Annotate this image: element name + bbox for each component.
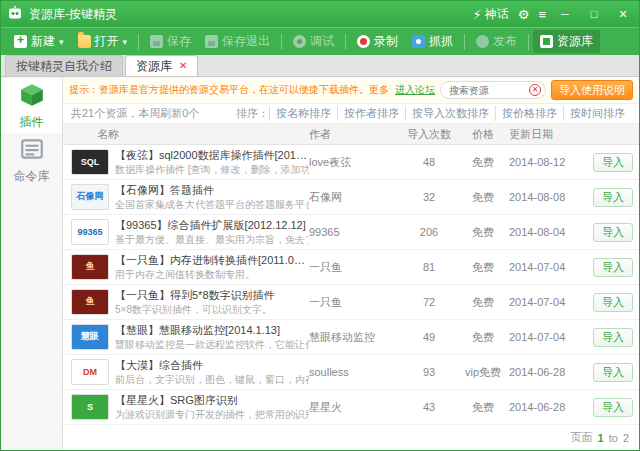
- sort-by-name[interactable]: 按名称排序: [269, 106, 337, 121]
- user-menu[interactable]: ⚡ 神话: [473, 6, 509, 23]
- table-row[interactable]: 鱼 【一只鱼】内存进制转换插件[2011.04.13]用于内存之间值转换数制专用…: [63, 250, 639, 285]
- resource-library-button[interactable]: 资源库: [533, 30, 600, 53]
- plugin-desc: 数据库操作插件 [查询，修改，删除，添加功能]: [115, 163, 309, 176]
- sort-by-author[interactable]: 按作者排序: [337, 106, 405, 121]
- search-input[interactable]: [449, 85, 526, 96]
- table-row[interactable]: 石像网 【石像网】答题插件全国首家集成各大代答题平台的答题服务平台，最稳定、最高…: [63, 180, 639, 215]
- plugin-import-count: 43: [401, 401, 457, 413]
- save-button[interactable]: 保存: [143, 30, 198, 53]
- import-button[interactable]: 导入: [593, 328, 633, 347]
- plugin-desc: 基于最方便、最直接、最实用为宗旨，免去了为实现一个功能而去写: [115, 233, 309, 246]
- debug-icon: [293, 35, 306, 48]
- maximize-button[interactable]: □: [584, 8, 604, 20]
- import-button[interactable]: 导入: [593, 258, 633, 277]
- debug-button-label: 调试: [310, 33, 334, 50]
- plugin-author: 99365: [309, 226, 401, 238]
- sort-by-price[interactable]: 按价格排序: [495, 106, 563, 121]
- tab-bar: 按键精灵自我介绍 资源库 ✕: [1, 55, 639, 77]
- plugin-desc: 全国首家集成各大代答题平台的答题服务平台，最稳定、最高效率、性: [115, 198, 309, 211]
- sidebar: 插件 命令库: [1, 77, 63, 450]
- plugin-thumbnail: DM: [71, 359, 109, 385]
- plugin-price: 免费: [457, 295, 509, 310]
- import-button[interactable]: 导入: [593, 293, 633, 312]
- column-header-count[interactable]: 导入次数: [401, 127, 457, 142]
- content-area: 插件 命令库 提示：资源库是官方提供的资源交易平台，在这可以便捷下载插件。更多资…: [1, 77, 639, 450]
- table-row[interactable]: DM 【大漠】综合插件前后台，文字识别，图色，键鼠，窗口，内存，DX，Call …: [63, 355, 639, 390]
- plugin-author: 星星火: [309, 400, 401, 415]
- plugin-cube-icon: [19, 82, 45, 111]
- plugin-date: 2014-06-28: [509, 401, 587, 413]
- plugin-date: 2014-08-12: [509, 156, 587, 168]
- plugin-author: 石像网: [309, 190, 401, 205]
- import-button[interactable]: 导入: [593, 188, 633, 207]
- clear-search-icon[interactable]: ✕: [529, 84, 541, 96]
- menu-icon[interactable]: ≡: [538, 8, 546, 21]
- save-disk-icon: [150, 35, 163, 48]
- plugin-name[interactable]: 【一只鱼】得到5*8数字识别插件: [115, 288, 275, 302]
- column-header-author[interactable]: 作者: [309, 127, 401, 142]
- tab-label: 资源库: [136, 58, 172, 75]
- close-button[interactable]: ✕: [613, 8, 633, 21]
- sidebar-item-plugins[interactable]: 插件: [1, 79, 62, 133]
- plugin-name[interactable]: 【星星火】SRG图序识别: [115, 393, 309, 407]
- import-guide-button[interactable]: 导入使用说明: [551, 80, 633, 100]
- plugin-import-count: 81: [401, 261, 457, 273]
- import-button[interactable]: 导入: [593, 363, 633, 382]
- close-tab-icon[interactable]: ✕: [179, 61, 187, 71]
- sort-by-time[interactable]: 按时间排序: [563, 106, 631, 121]
- table-row[interactable]: 慧眼 【慧眼】慧眼移动监控[2014.1.13]慧眼移动监控是一款远程监控软件，…: [63, 320, 639, 355]
- plugin-name[interactable]: 【慧眼】慧眼移动监控[2014.1.13]: [115, 323, 309, 337]
- new-button[interactable]: 新建 ▾: [7, 30, 71, 53]
- save-button-label: 保存: [167, 33, 191, 50]
- table-row[interactable]: 鱼 【一只鱼】得到5*8数字识别插件5×8数字识别插件，可以识别文字。 一只鱼 …: [63, 285, 639, 320]
- debug-button[interactable]: 调试: [286, 30, 341, 53]
- open-button[interactable]: 打开 ▾: [71, 30, 135, 53]
- record-button[interactable]: 录制: [350, 30, 405, 53]
- pagination-page-1[interactable]: 1: [598, 432, 604, 444]
- plugin-name[interactable]: 【一只鱼】内存进制转换插件[2011.04.13]: [115, 253, 309, 267]
- plugin-desc: 为游戏识别源专门开发的插件，把常用的识别操作进行分类和整理。: [115, 408, 309, 421]
- import-button[interactable]: 导入: [593, 398, 633, 417]
- table-row[interactable]: S 【星星火】SRG图序识别为游戏识别源专门开发的插件，把常用的识别操作进行分类…: [63, 390, 639, 425]
- column-header-price[interactable]: 价格: [457, 127, 509, 142]
- pagination: 页面 1 to 2: [63, 425, 639, 450]
- plugin-name[interactable]: 【99365】综合插件扩展版[2012.12.12]: [115, 218, 309, 232]
- chevron-down-icon: ▾: [59, 37, 64, 47]
- command-library-icon: [19, 136, 45, 165]
- tab-script-intro[interactable]: 按键精灵自我介绍: [5, 55, 123, 76]
- publish-button[interactable]: 发布: [469, 30, 524, 53]
- toolbar-separator: [281, 34, 282, 50]
- publish-icon: [476, 35, 489, 48]
- plugin-name[interactable]: 【夜弦】sql2000数据库操作插件[2012.3.5]: [115, 148, 309, 162]
- new-file-icon: [14, 35, 27, 48]
- minimize-button[interactable]: ─: [555, 8, 575, 20]
- pagination-page-2[interactable]: 2: [623, 432, 629, 444]
- toolbar-separator: [138, 34, 139, 50]
- sort-label: 排序：: [236, 106, 269, 121]
- forum-link[interactable]: 进入论坛: [395, 83, 435, 97]
- table-row[interactable]: 99365 【99365】综合插件扩展版[2012.12.12]基于最方便、最直…: [63, 215, 639, 250]
- plugin-name[interactable]: 【石像网】答题插件: [115, 183, 309, 197]
- column-header-name[interactable]: 名称: [63, 127, 309, 142]
- sidebar-item-label: 命令库: [14, 168, 50, 185]
- plugin-list: SQL 【夜弦】sql2000数据库操作插件[2012.3.5]数据库操作插件 …: [63, 145, 639, 425]
- sort-links: 排序： 按名称排序 按作者排序 按导入次数排序 按价格排序 按时间排序: [236, 106, 631, 121]
- column-header-date[interactable]: 更新日期: [509, 127, 587, 142]
- import-button[interactable]: 导入: [593, 223, 633, 242]
- plugin-name[interactable]: 【大漠】综合插件: [115, 358, 309, 372]
- table-row[interactable]: SQL 【夜弦】sql2000数据库操作插件[2012.3.5]数据库操作插件 …: [63, 145, 639, 180]
- plugin-thumbnail: 99365: [71, 219, 109, 245]
- sort-by-import-count[interactable]: 按导入次数排序: [405, 106, 495, 121]
- plugin-author: soulless: [309, 366, 401, 378]
- settings-gear-icon[interactable]: ⚙: [518, 8, 530, 21]
- import-button[interactable]: 导入: [593, 153, 633, 172]
- plugin-import-count: 206: [401, 226, 457, 238]
- pagination-to-text: to: [609, 432, 618, 444]
- plugin-desc: 5×8数字识别插件，可以识别文字。: [115, 303, 275, 316]
- plugin-price: 免费: [457, 330, 509, 345]
- tab-resource-library[interactable]: 资源库 ✕: [125, 55, 198, 76]
- sidebar-item-command-library[interactable]: 命令库: [1, 133, 62, 187]
- save-exit-button[interactable]: 保存退出: [198, 30, 277, 53]
- capture-button[interactable]: 抓抓: [405, 30, 460, 53]
- plugin-price: vip免费: [457, 365, 509, 380]
